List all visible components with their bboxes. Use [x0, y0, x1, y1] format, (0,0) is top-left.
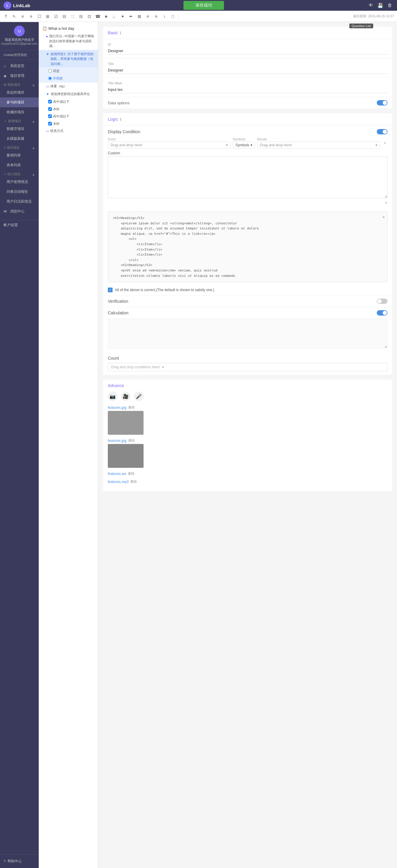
tool-phone[interactable]: ☎ [94, 13, 101, 20]
sidebar-item-from-template[interactable]: 从模版新建 [0, 134, 39, 144]
tool-star[interactable]: ★ [102, 13, 109, 20]
sidebar-item-help[interactable]: ? 帮助中心 [4, 857, 35, 866]
sidebar-item-label: 从模版新建 [6, 136, 25, 141]
account-settings[interactable]: 帐户设置 [0, 220, 39, 230]
delete-file-1[interactable]: 删除 [128, 405, 135, 410]
stats-icon: ∿ [4, 172, 6, 176]
list-item[interactable]: ▼ 请选择您获得过的最高学位 [39, 90, 98, 98]
expand-icon4[interactable]: ▲ [32, 173, 35, 176]
logrc-info-icon[interactable]: ℹ [120, 117, 122, 122]
mic-icon[interactable]: 🎤 [134, 392, 143, 401]
delete-file-3[interactable]: 删除 [128, 471, 135, 476]
sidebar-item-started[interactable]: 发起的项目 [0, 88, 39, 97]
list-item[interactable]: ▭ 体重（kg） [39, 83, 98, 90]
sidebar-item-survey-activity[interactable]: 问卷活动报告 [0, 187, 39, 197]
sidebar-item-saved[interactable]: 收藏的项目 [0, 107, 39, 117]
tool-square[interactable]: ⊡ [86, 13, 93, 20]
tool-layout2[interactable]: ≡ [153, 13, 160, 20]
sidebar-item-user-activity[interactable]: 用户日活跃情况 [0, 197, 39, 207]
cb2[interactable] [48, 107, 52, 111]
tool-text[interactable]: T [2, 13, 9, 20]
tool-angle[interactable]: ∟ [111, 13, 118, 20]
symbols-dropdown-icon[interactable]: ▾ [251, 143, 252, 147]
basic-info-icon[interactable]: ℹ [120, 31, 121, 35]
sidebar-item-participating[interactable]: 参与的项目 [0, 97, 39, 107]
sidebar-item-project-mgmt[interactable]: ◈ 项目管理 [0, 71, 39, 81]
sidebar-item-home[interactable]: ⌂ 系统首页 [0, 61, 39, 71]
data-options-toggle[interactable] [377, 100, 388, 105]
result-dropdown-icon[interactable]: ▾ [375, 143, 377, 147]
cb4[interactable] [48, 122, 52, 125]
calculation-textarea[interactable] [108, 318, 388, 348]
result-field[interactable]: Drag and drop here! ▾ [257, 142, 380, 149]
condition-add-button[interactable]: + [383, 139, 388, 147]
list-item[interactable]: 高中成以下 [39, 98, 98, 105]
custom-add-button[interactable]: + [108, 200, 388, 206]
tool-minus-box[interactable]: ⊟ [61, 13, 68, 20]
html-preview-close[interactable]: ✕ [383, 214, 385, 220]
eye-icon[interactable]: 👁 [368, 3, 373, 8]
verification-toggle[interactable] [377, 299, 388, 304]
expand-icon[interactable]: ▲ [32, 83, 35, 87]
count-dropdown-icon[interactable]: ▾ [162, 365, 164, 369]
list-item[interactable]: ▭ 联系方式 [39, 127, 98, 135]
list-item[interactable]: ▼ 如情同意1: 为了便于保护您的隐私，所有参与者的数据（包括问卷... ✕ [39, 50, 98, 68]
cb3[interactable] [48, 115, 52, 118]
tool-square2[interactable]: □ [169, 13, 176, 20]
list-item[interactable]: 高中成以下 [39, 113, 98, 120]
tool-list2[interactable]: ≡ [27, 13, 35, 20]
tool-lock[interactable]: ⊠ [136, 13, 143, 20]
custom-textarea[interactable] [108, 156, 388, 198]
list-item[interactable]: 同意 [39, 67, 98, 75]
list-icon: ≡ [4, 146, 5, 150]
symbols-value: Symbols [236, 143, 249, 147]
tool-list1[interactable]: ≡ [19, 13, 26, 20]
tool-checkbox[interactable]: ☐ [36, 13, 43, 20]
radio-agree[interactable] [48, 69, 52, 73]
checkbox-blue[interactable]: ✓ [108, 287, 112, 292]
cb1[interactable] [48, 100, 52, 103]
symbols-select[interactable]: Symbols ▾ [233, 142, 255, 149]
list-item[interactable]: 本科 [39, 105, 98, 113]
form-title: 📋 What a hot day [39, 25, 98, 32]
id-input[interactable] [108, 48, 388, 55]
sidebar-item-new-empty[interactable]: 新建空项目 [0, 124, 39, 134]
list-item[interactable]: ● 我们关注--中国新一代基于网络的流行病学调查参与者与居民感... [39, 32, 98, 50]
file-item-2: features.jpg 删除 [108, 438, 388, 468]
save-success-button[interactable]: 保存成功 [184, 1, 224, 10]
video-icon[interactable]: 🎥 [121, 392, 130, 401]
front-field[interactable]: Drag and drop here! ▾ [108, 142, 231, 149]
tool-dots[interactable]: ∷ [69, 13, 76, 20]
sidebar-item-case-list[interactable]: 案例列表 [0, 151, 39, 160]
radio-disagree[interactable] [48, 76, 52, 80]
tool-grid[interactable]: ⊞ [44, 13, 51, 20]
expand-icon2[interactable]: ▲ [32, 120, 35, 123]
save-icon[interactable]: 💾 [377, 3, 383, 8]
tool-minus2[interactable]: ⊟ [77, 13, 85, 20]
list-item[interactable]: 不同意 [39, 75, 98, 82]
tool-pen[interactable]: ✒ [128, 13, 135, 20]
sidebar-item-messages[interactable]: ✉ 消息中心 [0, 207, 39, 216]
display-condition-toggle[interactable] [377, 129, 388, 134]
front-dropdown-icon[interactable]: ▾ [226, 143, 228, 147]
form-icon: 📋 [42, 26, 47, 31]
id-field: ID [103, 39, 392, 58]
calculation-toggle[interactable] [377, 310, 388, 315]
title-mark-input[interactable] [108, 86, 388, 93]
camera-icon[interactable]: 📷 [108, 392, 117, 401]
expand-icon3[interactable]: ▲ [32, 146, 35, 150]
count-dropdown[interactable]: Drag and drop conditions here! ▾ [108, 363, 388, 371]
trash-icon[interactable]: 🗑 [388, 3, 392, 8]
delete-file-4[interactable]: 删除 [130, 479, 137, 484]
tool-check[interactable]: ☑ [53, 13, 60, 20]
title-input[interactable] [108, 67, 388, 74]
tool-location[interactable]: ✦ [119, 13, 126, 20]
delete-file-2[interactable]: 删除 [128, 438, 135, 443]
tool-layout1[interactable]: ≡ [144, 13, 151, 20]
list-item[interactable]: 本科 [39, 120, 98, 127]
tool-resize[interactable]: ↕ [161, 13, 168, 20]
sidebar-item-user-usage[interactable]: 用户使用情况 [0, 177, 39, 187]
sidebar-item-form-list[interactable]: 表单列表 [0, 160, 39, 170]
html-preview-content: <h1>Heading</h1> <p>Lorem ipsum dolor si… [113, 215, 383, 278]
tool-cursor[interactable]: ↖ [11, 13, 18, 20]
